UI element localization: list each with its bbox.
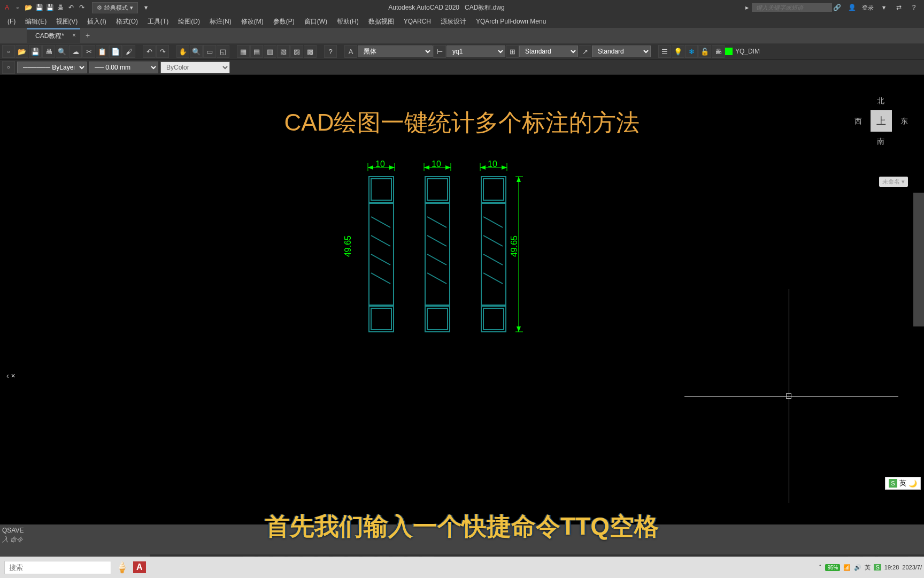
workspace-selector[interactable]: ⚙ 经典模式 ▾ bbox=[92, 2, 138, 13]
share-icon[interactable]: 🔗 bbox=[832, 3, 842, 12]
dimstyle-button[interactable]: ⊢ bbox=[433, 45, 446, 58]
plot-button[interactable]: 🖶 bbox=[42, 45, 55, 58]
taskbar-autocad[interactable]: A bbox=[133, 561, 146, 573]
menu-modify[interactable]: 修改(M) bbox=[237, 16, 268, 27]
dc-button[interactable]: ▤ bbox=[250, 45, 263, 58]
plot-icon[interactable]: 🖶 bbox=[56, 3, 65, 12]
toolbar-properties: ▫ ────── ByLayer ── 0.00 mm ByColor bbox=[0, 60, 924, 75]
user-icon[interactable]: 👤 bbox=[847, 3, 857, 12]
open-button[interactable]: 📂 bbox=[16, 45, 28, 58]
lineweight-select[interactable]: ── 0.00 mm bbox=[89, 62, 158, 73]
drawing-content: 10 10 10 49.65 49.65 bbox=[364, 161, 572, 364]
menu-param[interactable]: 参数(P) bbox=[269, 16, 299, 27]
dimstyle-select[interactable]: yq1 bbox=[446, 45, 505, 57]
saveas-icon[interactable]: 💾 bbox=[45, 3, 55, 12]
paste-button[interactable]: 📄 bbox=[109, 45, 122, 58]
help-search[interactable] bbox=[752, 3, 832, 12]
copy-button[interactable]: 📋 bbox=[96, 45, 109, 58]
save-button[interactable]: 💾 bbox=[29, 45, 42, 58]
wifi-icon[interactable]: 📶 bbox=[843, 564, 851, 571]
close-icon[interactable]: × bbox=[72, 32, 76, 39]
undo-button[interactable]: ↶ bbox=[143, 45, 156, 58]
add-tab[interactable]: + bbox=[80, 29, 95, 42]
calc-button[interactable]: ▩ bbox=[304, 45, 317, 58]
menu-draw[interactable]: 绘图(D) bbox=[174, 16, 204, 27]
menu-yqarch[interactable]: YQARCH bbox=[399, 17, 435, 26]
undo-icon[interactable]: ↶ bbox=[66, 3, 76, 12]
preview-button[interactable]: 🔍 bbox=[56, 45, 68, 58]
save-icon[interactable]: 💾 bbox=[34, 3, 44, 12]
l4-icon[interactable]: 🖶 bbox=[712, 45, 725, 58]
redo-button[interactable]: ↷ bbox=[156, 45, 169, 58]
zoomp-button[interactable]: ◱ bbox=[217, 45, 229, 58]
match-button[interactable]: 🖌 bbox=[122, 45, 135, 58]
up-icon[interactable]: ˄ bbox=[819, 564, 822, 571]
bycolor-select[interactable]: ByColor bbox=[160, 62, 230, 73]
cmdline-close[interactable]: ‹ × bbox=[6, 371, 16, 380]
mleader-select[interactable]: Standard bbox=[592, 45, 651, 57]
l3-icon[interactable]: 🔓 bbox=[698, 45, 711, 58]
lang-icon[interactable]: 英 bbox=[865, 564, 871, 572]
document-tab[interactable]: CAD教程* × bbox=[27, 28, 80, 43]
publish-button[interactable]: ☁ bbox=[69, 45, 82, 58]
mleader-button[interactable]: ↗ bbox=[579, 45, 591, 58]
menu-insert[interactable]: 插入(I) bbox=[83, 16, 110, 27]
redo-icon[interactable]: ↷ bbox=[77, 3, 87, 12]
tablestyle-button[interactable]: ⊞ bbox=[506, 45, 519, 58]
open-icon[interactable]: 📂 bbox=[24, 3, 33, 12]
view-unnamed[interactable]: 未命名 ▾ bbox=[879, 177, 908, 187]
menu-help[interactable]: 帮助(H) bbox=[333, 16, 363, 27]
menu-tools[interactable]: 工具(T) bbox=[143, 16, 173, 27]
menu-yqpull[interactable]: YQArch Pull-down Menu bbox=[472, 17, 550, 26]
layer-button[interactable]: ☰ bbox=[658, 45, 671, 58]
mark-button[interactable]: ▨ bbox=[290, 45, 303, 58]
viewcube-top[interactable]: 上 bbox=[871, 110, 892, 132]
caret-icon[interactable]: ▾ bbox=[879, 3, 889, 12]
menu-yuanquan[interactable]: 源泉设计 bbox=[436, 16, 471, 27]
new-icon[interactable]: ▫ bbox=[13, 3, 22, 12]
tool-button[interactable]: ▥ bbox=[264, 45, 276, 58]
windows-search[interactable] bbox=[4, 561, 111, 574]
l1-icon[interactable]: 💡 bbox=[672, 45, 684, 58]
l2-icon[interactable]: ❄ bbox=[685, 45, 698, 58]
ime-indicator[interactable]: S英🌙 bbox=[885, 477, 921, 490]
menu-bar: (F) 编辑(E) 视图(V) 插入(I) 格式(O) 工具(T) 绘图(D) … bbox=[0, 15, 924, 28]
zoom-button[interactable]: 🔍 bbox=[190, 45, 203, 58]
menu-edit[interactable]: 编辑(E) bbox=[21, 16, 51, 27]
linetype-select[interactable]: ────── ByLayer bbox=[17, 62, 87, 73]
help-icon[interactable]: ? bbox=[909, 3, 919, 12]
sheet-button[interactable]: ▧ bbox=[277, 45, 290, 58]
menu-dim[interactable]: 标注(N) bbox=[205, 16, 236, 27]
menu-window[interactable]: 窗口(W) bbox=[300, 16, 332, 27]
prop-button[interactable]: ▦ bbox=[237, 45, 250, 58]
app-icon[interactable]: A bbox=[2, 3, 12, 12]
taskbar-app1[interactable]: 🍦 bbox=[116, 561, 129, 574]
help-button[interactable]: ? bbox=[324, 45, 337, 58]
search-arrow-icon[interactable]: ▸ bbox=[742, 3, 752, 12]
view-cube[interactable]: 北 西 东 南 上 bbox=[854, 96, 908, 150]
nav-bar[interactable] bbox=[913, 193, 924, 326]
clock-time[interactable]: 19:28 bbox=[884, 564, 899, 571]
font-select[interactable]: 黑体 bbox=[358, 45, 433, 57]
pan-button[interactable]: ✋ bbox=[176, 45, 189, 58]
new-button[interactable]: ▫ bbox=[2, 45, 15, 58]
zoomw-button[interactable]: ▭ bbox=[203, 45, 216, 58]
textstyle-button[interactable]: A bbox=[344, 45, 357, 58]
cut-button[interactable]: ✂ bbox=[82, 45, 95, 58]
share-icon[interactable]: ▾ bbox=[141, 3, 151, 12]
battery-icon[interactable]: 95% bbox=[825, 564, 840, 571]
login-button[interactable]: 登录 bbox=[862, 4, 874, 12]
column-1 bbox=[368, 163, 395, 332]
menu-view[interactable]: 视图(V) bbox=[52, 16, 82, 27]
vol-icon[interactable]: 🔊 bbox=[854, 564, 861, 571]
color-button[interactable]: ▫ bbox=[2, 61, 15, 74]
menu-dataview[interactable]: 数据视图 bbox=[364, 16, 398, 27]
menu-format[interactable]: 格式(O) bbox=[112, 16, 142, 27]
drawing-canvas[interactable]: CAD绘图一键统计多个标注的方法 bbox=[0, 91, 924, 524]
tablestyle-select[interactable]: Standard bbox=[519, 45, 578, 57]
svg-line-19 bbox=[427, 235, 446, 246]
exchange-icon[interactable]: ⇄ bbox=[894, 3, 904, 12]
ime-tray-icon[interactable]: S bbox=[874, 564, 881, 571]
toolbar-main: ▫ 📂 💾 🖶 🔍 ☁ ✂ 📋 📄 🖌 ↶ ↷ ✋ 🔍 ▭ ◱ ▦ ▤ ▥ ▧ … bbox=[0, 43, 924, 60]
menu-file[interactable]: (F) bbox=[3, 17, 20, 26]
